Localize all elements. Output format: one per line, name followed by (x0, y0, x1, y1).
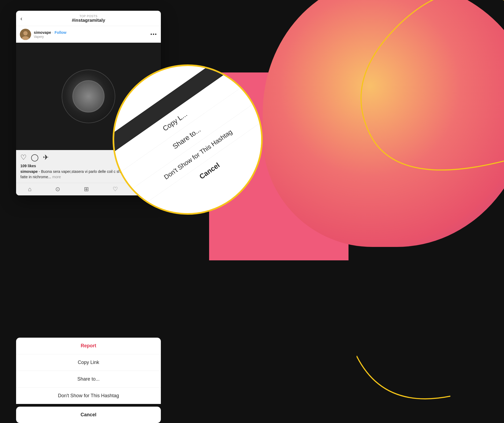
caption-username: simovape (20, 169, 38, 174)
post-location: Vapery (34, 35, 66, 39)
like-icon[interactable]: ♡ (20, 153, 27, 162)
share-to-button[interactable]: Share to... (16, 371, 161, 388)
cancel-sheet: Cancel (16, 407, 161, 423)
menu-sheet: Report Copy Link Share to... Don't Show … (16, 338, 161, 404)
background-decoration (209, 0, 504, 423)
vape-coil (62, 70, 115, 123)
cancel-button[interactable]: Cancel (16, 407, 161, 423)
avatar (20, 29, 31, 40)
follow-button[interactable]: Follow (54, 30, 66, 35)
yellow-arc-bottom (357, 342, 450, 410)
svg-point-1 (23, 31, 28, 35)
post-username: simovape (34, 30, 51, 35)
hashtag-title: #instagramitaly (72, 18, 105, 23)
top-bar: ‹ TOP POSTS #instagramitaly (16, 11, 161, 26)
magnify-inner: Copy L... Share to... Don't Show for Thi… (113, 64, 263, 215)
more-options-button[interactable]: ••• (150, 32, 157, 37)
share-icon[interactable]: ✈ (43, 153, 49, 162)
dont-show-button[interactable]: Don't Show for This Hashtag (16, 388, 161, 404)
top-posts-label: TOP POSTS (72, 14, 105, 18)
nav-plus-icon[interactable]: ⊞ (84, 186, 89, 193)
caption-more[interactable]: more (52, 175, 61, 179)
coil-inner (72, 80, 105, 112)
report-button[interactable]: Report (16, 338, 161, 354)
top-bar-content: TOP POSTS #instagramitaly (72, 14, 105, 23)
context-menu: Report Copy Link Share to... Don't Show … (16, 338, 161, 423)
magnify-circle: Copy L... Share to... Don't Show for Thi… (113, 64, 263, 215)
comment-icon[interactable]: ◯ (31, 153, 39, 162)
dot-separator: · (52, 30, 53, 35)
nav-search-icon[interactable]: ⊙ (55, 186, 60, 193)
post-header: simovape · Follow Vapery ••• (16, 26, 161, 43)
user-info: simovape · Follow Vapery (34, 30, 150, 39)
gradient-blob (263, 0, 504, 247)
nav-home-icon[interactable]: ⌂ (28, 186, 31, 193)
back-button[interactable]: ‹ (20, 15, 22, 22)
copy-link-button[interactable]: Copy Link (16, 354, 161, 371)
